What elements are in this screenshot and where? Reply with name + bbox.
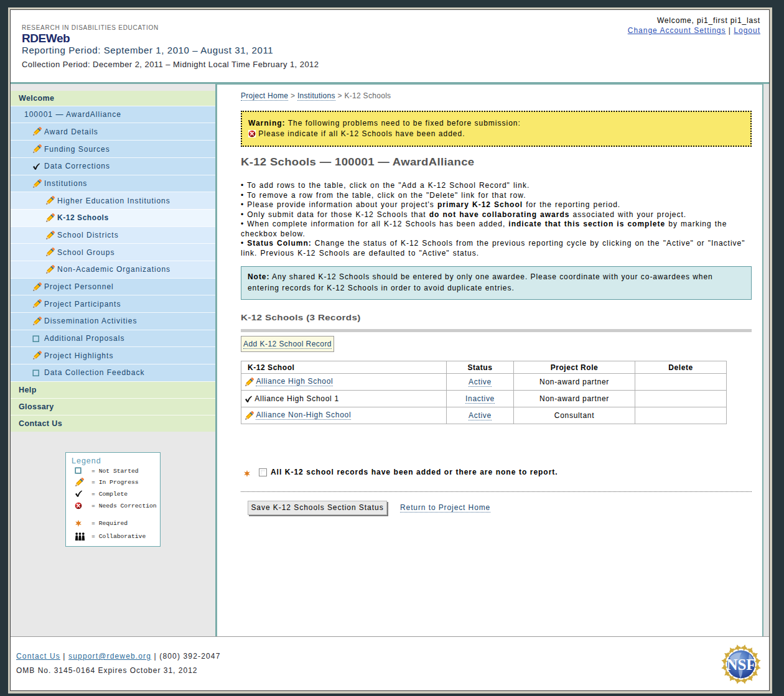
svg-text:NSF: NSF bbox=[726, 656, 755, 673]
